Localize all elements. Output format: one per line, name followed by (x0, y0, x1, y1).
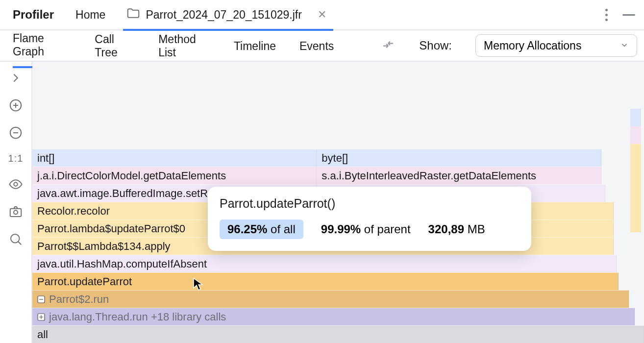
svg-point-4 (14, 210, 18, 214)
flame-row: int[]byte[] (32, 149, 644, 167)
flame-row: java.util.HashMap.computeIfAbsent (32, 255, 644, 272)
tooltip-pct-of-all: 96.25% of all (220, 220, 303, 239)
search-icon[interactable] (8, 232, 23, 246)
flame-frame[interactable]: byte[] (317, 149, 601, 167)
tab-events[interactable]: Events (299, 40, 334, 61)
tab-timeline[interactable]: Timeline (234, 40, 276, 61)
zoom-out-icon[interactable] (8, 125, 23, 140)
flame-frame-label: j.a.i.DirectColorModel.getDataElements (37, 170, 226, 182)
file-tab[interactable]: Parrot_2024_07_20_151029.jfr ✕ (123, 0, 333, 31)
svg-point-5 (11, 234, 20, 243)
flame-frame[interactable]: j.a.i.DirectColorModel.getDataElements (32, 167, 317, 184)
home-tab[interactable]: Home (75, 8, 105, 22)
flame-frame[interactable]: java.lang.Thread.run +18 library calls (32, 308, 635, 325)
tooltip-size: 320,89 MB (428, 222, 485, 236)
flame-graph-area[interactable]: int[]byte[]j.a.i.DirectColorModel.getDat… (32, 62, 644, 343)
flame-frame-label: s.a.i.ByteInterleavedRaster.getDataEleme… (322, 170, 536, 182)
focus-callees-icon[interactable] (381, 37, 396, 54)
flame-frame[interactable]: s.a.i.ByteInterleavedRaster.getDataEleme… (317, 167, 601, 184)
flame-row: all (32, 325, 644, 343)
flame-frame-label: Recolor.recolor (37, 205, 110, 218)
preview-icon[interactable] (8, 177, 23, 192)
flame-frame-label: java.awt.image.BufferedImage.setRGB (37, 187, 223, 200)
frame-tooltip: Parrot.updateParrot() 96.25% of all 99.9… (208, 187, 531, 251)
flame-row: Parrot$2.run (32, 290, 644, 308)
file-tab-label: Parrot_2024_07_20_151029.jfr (146, 8, 301, 22)
expand-node-icon[interactable] (37, 313, 45, 321)
flame-frame-label: java.lang.Thread.run +18 library calls (49, 311, 226, 323)
flame-row: java.lang.Thread.run +18 library calls (32, 308, 644, 325)
flame-frame[interactable]: Parrot$2.run (32, 290, 629, 308)
close-icon[interactable]: ✕ (318, 8, 326, 21)
flame-sliver[interactable] (630, 126, 641, 144)
zoom-in-icon[interactable] (8, 98, 23, 113)
zoom-actual-size[interactable]: 1:1 (8, 153, 24, 164)
app-title: Profiler (13, 8, 54, 22)
view-toolbar: Flame Graph Call Tree Method List Timeli… (0, 30, 644, 62)
show-metric-value: Memory Allocations (484, 39, 581, 52)
screenshot-icon[interactable] (8, 204, 23, 219)
flame-frame-label: byte[] (322, 152, 348, 165)
flame-frame[interactable]: int[] (32, 149, 317, 167)
flame-frame-label: int[] (37, 152, 54, 165)
flame-frame-label: Parrot.lambda$updateParrot$0 (37, 222, 185, 235)
flame-frame[interactable]: all (32, 325, 644, 343)
flame-frame[interactable]: java.util.HashMap.computeIfAbsent (32, 255, 617, 272)
title-bar: Profiler Home Parrot_2024_07_20_151029.j… (0, 0, 644, 30)
chevron-down-icon (620, 39, 629, 52)
flame-sliver[interactable] (630, 109, 641, 126)
flame-frame-label: Parrot$2.run (49, 293, 109, 306)
flame-frame-label: all (37, 328, 48, 341)
show-label: Show: (419, 39, 452, 52)
folder-icon (126, 6, 141, 24)
flame-frame-label: java.util.HashMap.computeIfAbsent (37, 258, 207, 270)
show-metric-select[interactable]: Memory Allocations (475, 34, 637, 57)
svg-point-2 (14, 182, 18, 186)
minimize-icon[interactable] (622, 14, 635, 16)
expand-icon[interactable] (8, 71, 23, 85)
flame-frame-label: Parrot$$Lambda$134.apply (37, 240, 171, 253)
flame-frame[interactable]: Parrot.updateParrot (32, 272, 619, 290)
mouse-cursor-icon (193, 277, 204, 293)
svg-rect-3 (10, 209, 22, 217)
flame-frame-label: Parrot.updateParrot (37, 275, 132, 288)
tooltip-pct-of-parent: 99.99% of parent (321, 222, 411, 236)
flame-row: Parrot.updateParrot (32, 272, 644, 290)
left-tool-strip: 1:1 (0, 62, 32, 343)
flame-row: j.a.i.DirectColorModel.getDataElementss.… (32, 167, 644, 184)
tooltip-title: Parrot.updateParrot() (220, 196, 518, 211)
kebab-menu-icon[interactable] (605, 9, 608, 21)
collapse-node-icon[interactable] (37, 295, 45, 303)
